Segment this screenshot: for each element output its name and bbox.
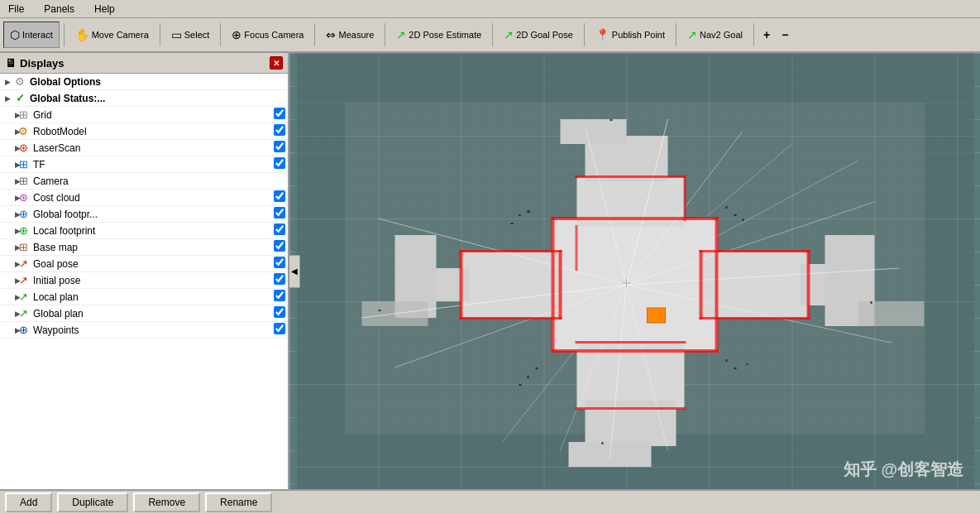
sidebar-item-laser-scan[interactable]: ▶⊛LaserScan [0, 140, 288, 156]
svg-rect-67 [871, 301, 872, 304]
add-panel-button[interactable]: + [758, 22, 775, 48]
expand-arrow-local-plan[interactable]: ▶ [0, 293, 15, 301]
sidebar-item-robot-model[interactable]: ▶⚙RobotModel [0, 123, 288, 140]
sidebar-item-cost-cloud[interactable]: ▶⊛Cost cloud [0, 190, 288, 206]
sidebar-item-camera[interactable]: ▶⊞Camera [0, 173, 288, 190]
nav2-goal-button[interactable]: ↗ Nav2 Goal [681, 22, 749, 48]
expand-arrow-local-footprint[interactable]: ▶ [0, 227, 15, 235]
expand-arrow-global-options[interactable]: ▶ [0, 78, 12, 86]
expand-arrow-initial-pose[interactable]: ▶ [0, 276, 15, 285]
interact-button[interactable]: ⬡ Interact [3, 22, 60, 48]
goal-pose-icon: ↗ [504, 28, 514, 41]
item-icon-goal-pose: ↗ [15, 257, 31, 270]
item-check-waypoints[interactable] [271, 323, 288, 337]
item-check-local-footprint[interactable] [271, 223, 288, 238]
expand-arrow-global-status[interactable]: ▶ [0, 94, 12, 103]
move-camera-button[interactable]: ✋ Move Camera [69, 22, 155, 48]
viewport[interactable]: ◀ 知乎 @创客智造 [289, 53, 980, 489]
checkbox-global-footprint[interactable] [274, 207, 285, 219]
expand-arrow-cost-cloud[interactable]: ▶ [0, 194, 15, 202]
expand-arrow-base-map[interactable]: ▶ [0, 243, 15, 252]
item-check-cost-cloud[interactable] [271, 190, 288, 204]
sidebar-item-base-map[interactable]: ▶⊞Base map [0, 239, 288, 256]
nav2-goal-label: Nav2 Goal [700, 30, 743, 40]
toolbar-sep-5 [385, 23, 385, 46]
expand-arrow-goal-pose[interactable]: ▶ [0, 260, 15, 268]
expand-arrow-global-plan[interactable]: ▶ [0, 310, 15, 318]
checkbox-cost-cloud[interactable] [274, 190, 285, 202]
sidebar-item-goal-pose[interactable]: ▶↗Goal pose [0, 256, 288, 272]
item-check-tf[interactable] [271, 157, 288, 171]
svg-rect-7 [461, 252, 561, 318]
close-sidebar-button[interactable]: ✕ [270, 56, 283, 70]
expand-arrow-laser-scan[interactable]: ▶ [0, 144, 15, 152]
item-check-global-plan[interactable] [271, 306, 288, 320]
map-container[interactable]: ◀ 知乎 @创客智造 [289, 53, 980, 489]
sidebar-item-global-footprint[interactable]: ▶⊕Global footpr... [0, 206, 288, 223]
sidebar-title-text: Displays [20, 57, 64, 70]
expand-arrow-global-footprint[interactable]: ▶ [0, 210, 15, 219]
sidebar-item-waypoints[interactable]: ▶⊕Waypoints [0, 322, 288, 339]
publish-point-button[interactable]: 📍 Publish Point [589, 22, 672, 48]
checkbox-global-plan[interactable] [274, 306, 285, 318]
checkbox-tf[interactable] [274, 157, 285, 169]
item-label-laser-scan: LaserScan [31, 142, 271, 154]
sidebar-title: 🖥 Displays [5, 56, 64, 70]
menu-bar: File Panels Help [0, 0, 980, 18]
item-check-base-map[interactable] [271, 240, 288, 254]
item-check-robot-model[interactable] [271, 124, 288, 138]
item-icon-global-footprint: ⊕ [15, 208, 31, 220]
svg-rect-55 [519, 214, 521, 216]
svg-rect-63 [726, 359, 728, 362]
sidebar-item-global-status[interactable]: ▶✓Global Status:... [0, 90, 288, 107]
menu-file[interactable]: File [3, 2, 29, 17]
item-icon-global-status: ✓ [12, 92, 28, 104]
svg-rect-58 [734, 214, 737, 216]
checkbox-grid[interactable] [274, 108, 285, 119]
checkbox-robot-model[interactable] [274, 124, 285, 136]
sidebar-collapse-arrow[interactable]: ◀ [289, 255, 300, 288]
focus-camera-icon: ⊕ [232, 28, 241, 41]
item-check-grid[interactable] [271, 108, 288, 122]
measure-button[interactable]: ⇔ Measure [319, 22, 380, 48]
minimize-button[interactable]: − [777, 22, 793, 48]
checkbox-laser-scan[interactable] [274, 141, 285, 152]
checkbox-goal-pose[interactable] [274, 257, 285, 268]
sidebar-item-initial-pose[interactable]: ▶↗Initial pose [0, 272, 288, 289]
sidebar-item-local-footprint[interactable]: ▶⊕Local footprint [0, 223, 288, 239]
display-list: ▶⚙Global Options▶✓Global Status:...▶⊞Gri… [0, 74, 288, 489]
sidebar-item-global-plan[interactable]: ▶↗Global plan [0, 305, 288, 322]
checkbox-local-footprint[interactable] [274, 223, 285, 235]
remove-button[interactable]: Remove [133, 492, 200, 512]
expand-arrow-camera[interactable]: ▶ [0, 177, 15, 185]
expand-arrow-grid[interactable]: ▶ [0, 111, 15, 119]
rename-button[interactable]: Rename [205, 492, 272, 512]
publish-point-label: Publish Point [612, 30, 665, 40]
sidebar-item-tf[interactable]: ▶⊞TF [0, 156, 288, 173]
expand-arrow-tf[interactable]: ▶ [0, 161, 15, 169]
pose-estimate-button[interactable]: ↗ 2D Pose Estimate [390, 22, 488, 48]
expand-arrow-robot-model[interactable]: ▶ [0, 127, 15, 136]
add-button[interactable]: Add [5, 492, 52, 512]
sidebar-item-local-plan[interactable]: ▶↗Local plan [0, 289, 288, 305]
menu-help[interactable]: Help [89, 2, 120, 17]
goal-pose-button[interactable]: ↗ 2D Goal Pose [497, 22, 579, 48]
item-icon-initial-pose: ↗ [15, 274, 31, 286]
item-label-local-footprint: Local footprint [31, 225, 271, 237]
sidebar-item-global-options[interactable]: ▶⚙Global Options [0, 74, 288, 90]
sidebar-item-grid[interactable]: ▶⊞Grid [0, 107, 288, 123]
item-check-goal-pose[interactable] [271, 257, 288, 271]
checkbox-base-map[interactable] [274, 240, 285, 252]
item-check-initial-pose[interactable] [271, 273, 288, 287]
duplicate-button[interactable]: Duplicate [57, 492, 128, 512]
select-button[interactable]: ▭ Select [165, 22, 217, 48]
item-check-laser-scan[interactable] [271, 141, 288, 155]
menu-panels[interactable]: Panels [39, 2, 79, 17]
checkbox-local-plan[interactable] [274, 290, 285, 301]
item-check-global-footprint[interactable] [271, 207, 288, 221]
item-check-local-plan[interactable] [271, 290, 288, 304]
checkbox-initial-pose[interactable] [274, 273, 285, 285]
checkbox-waypoints[interactable] [274, 323, 285, 334]
expand-arrow-waypoints[interactable]: ▶ [0, 326, 15, 334]
focus-camera-button[interactable]: ⊕ Focus Camera [225, 22, 310, 48]
